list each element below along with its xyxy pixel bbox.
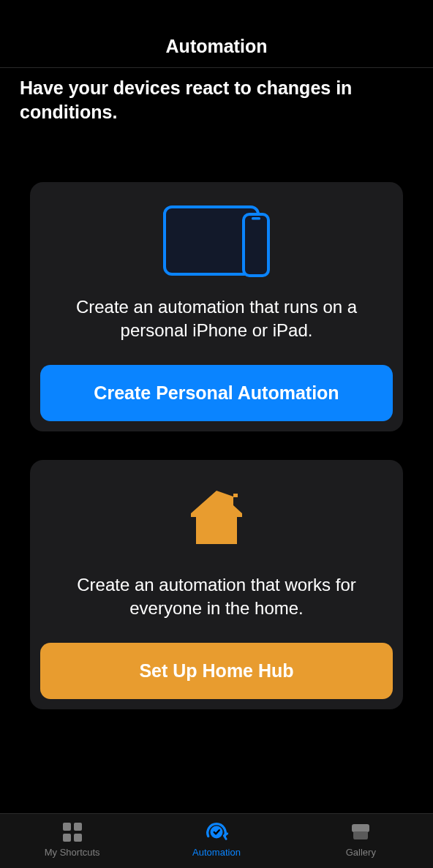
home-automation-description: Create an automation that works for ever… — [40, 573, 393, 621]
tab-automation[interactable]: Automation — [144, 814, 288, 868]
tab-bar: My Shortcuts Automation Gallery — [0, 813, 433, 868]
svg-rect-1 — [244, 214, 268, 276]
svg-rect-5 — [63, 834, 71, 842]
home-icon — [188, 482, 245, 555]
header: Automation — [0, 0, 433, 68]
gallery-icon — [349, 820, 372, 844]
grid-icon — [61, 820, 84, 844]
create-personal-automation-button[interactable]: Create Personal Automation — [40, 365, 393, 421]
page-subtitle: Have your devices react to changes in co… — [0, 68, 433, 124]
tab-label: Gallery — [346, 847, 376, 858]
home-automation-card: Create an automation that works for ever… — [30, 460, 403, 709]
tab-label: My Shortcuts — [45, 847, 100, 858]
page-title: Automation — [166, 36, 268, 57]
svg-rect-3 — [63, 823, 71, 831]
svg-rect-6 — [74, 834, 82, 842]
automation-icon — [205, 820, 228, 844]
content-area: Create an automation that runs on a pers… — [0, 124, 433, 813]
devices-icon — [163, 204, 270, 277]
personal-automation-description: Create an automation that runs on a pers… — [40, 295, 393, 343]
svg-rect-2 — [252, 217, 260, 220]
tab-label: Automation — [192, 847, 241, 858]
personal-automation-card: Create an automation that runs on a pers… — [30, 182, 403, 431]
svg-rect-4 — [74, 823, 82, 831]
tab-gallery[interactable]: Gallery — [289, 814, 433, 868]
tab-my-shortcuts[interactable]: My Shortcuts — [0, 814, 144, 868]
setup-home-hub-button[interactable]: Set Up Home Hub — [40, 643, 393, 699]
